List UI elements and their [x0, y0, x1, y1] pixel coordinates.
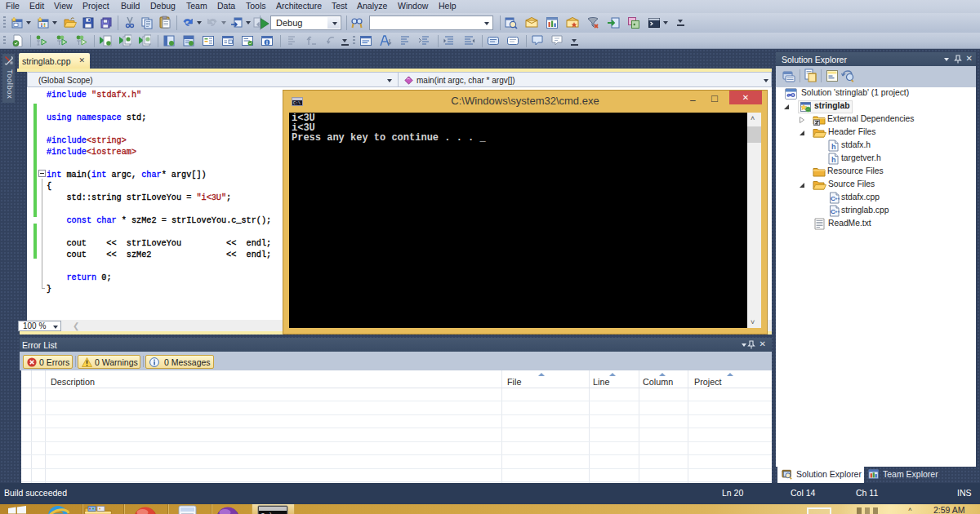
svg-text:++: ++	[835, 196, 840, 201]
svg-text:h: h	[831, 156, 836, 164]
svg-text:h: h	[831, 143, 836, 151]
svg-text:++: ++	[835, 209, 840, 214]
